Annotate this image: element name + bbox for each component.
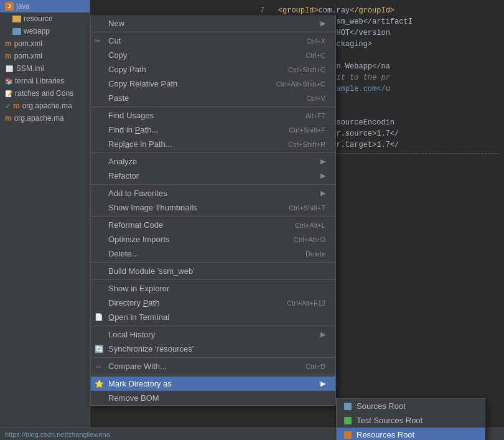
context-menu: New ▶ ✂ Cut Ctrl+X Copy Ctrl+C Copy Path… — [90, 16, 336, 406]
sidebar-item-java[interactable]: J java — [0, 0, 90, 12]
menu-item-synchronize[interactable]: 🔄 Synchronize 'resources' — [91, 342, 335, 356]
submenu-item-test-sources-root[interactable]: Test Sources Root — [337, 413, 485, 428]
separator-3 — [91, 152, 335, 153]
replace-in-path-label: Replace in Path... — [108, 139, 172, 149]
directory-path-label: Directory Path — [108, 298, 159, 307]
thumbnails-label: Show Image Thumbnails — [108, 203, 197, 212]
menu-item-copy-relative-path[interactable]: Copy Relative Path Ctrl+Alt+Shift+C — [91, 77, 335, 91]
open-terminal-label: Open in Terminal — [108, 312, 169, 322]
sync-icon: 🔄 — [95, 345, 104, 353]
sidebar-item-libraries[interactable]: 📚 ternal Libraries — [0, 75, 90, 87]
menu-item-refactor[interactable]: Refactor ▶ — [91, 169, 335, 183]
submenu-item-sources-root[interactable]: Sources Root — [337, 399, 485, 413]
menu-item-new[interactable]: New ▶ — [91, 16, 335, 30]
submenu-mark-directory: Sources Root Test Sources Root Resources… — [336, 398, 485, 440]
local-history-arrow-icon: ▶ — [320, 330, 325, 339]
menu-item-replace-in-path[interactable]: Replace in Path... Ctrl+Shift+R — [91, 137, 335, 151]
new-label: New — [108, 19, 124, 28]
sidebar-item-resource[interactable]: resource — [0, 12, 90, 25]
check-icon: ✓ — [5, 102, 11, 110]
sidebar-item-apache1-label: org.apache.ma — [22, 101, 72, 110]
sidebar-item-scratches[interactable]: 📝 ratches and Cons — [0, 87, 90, 100]
libs-icon: 📚 — [5, 78, 12, 85]
copy-path-shortcut: Ctrl+Shift+C — [276, 66, 325, 73]
copy-shortcut: Ctrl+C — [294, 52, 325, 59]
terminal-icon: 📄 — [95, 313, 103, 321]
iml-icon: ⬜ — [5, 65, 14, 72]
menu-item-show-thumbnails[interactable]: Show Image Thumbnails Ctrl+Shift+T — [91, 200, 335, 215]
thumbnails-shortcut: Ctrl+Shift+T — [276, 204, 325, 212]
sidebar-item-resource-label: resource — [24, 14, 53, 23]
sidebar-item-webapp[interactable]: webapp — [0, 25, 90, 37]
menu-item-reformat-code[interactable]: Reformat Code Ctrl+Alt+L — [91, 218, 335, 232]
sidebar-item-pom2-label: pom.xml — [14, 52, 42, 60]
sources-root-label: Sources Root — [357, 401, 406, 411]
java-icon: J — [5, 2, 14, 11]
sidebar-item-iml-label: SSM.iml — [16, 64, 44, 73]
find-in-path-shortcut: Ctrl+Shift+F — [276, 126, 325, 134]
sidebar-item-pomxml2[interactable]: m pom.xml — [0, 50, 90, 62]
maven-icon-4: m — [5, 114, 12, 123]
menu-item-cut[interactable]: ✂ Cut Ctrl+X — [91, 34, 335, 48]
sidebar-item-pomxml1[interactable]: m pom.xml — [0, 37, 90, 50]
optimize-label: Optimize Imports — [108, 235, 169, 244]
menu-item-add-to-favorites[interactable]: Add to Favorites ▶ — [91, 186, 335, 200]
delete-shortcut: Delete — [293, 250, 325, 258]
maven-icon-1: m — [5, 39, 12, 48]
menu-item-delete[interactable]: Delete... Delete — [91, 246, 335, 261]
menu-item-find-in-path[interactable]: Find in Path... Ctrl+Shift+F — [91, 123, 335, 137]
menu-item-local-history[interactable]: Local History ▶ — [91, 327, 335, 342]
find-in-path-label: Find in Path... — [108, 125, 158, 134]
local-history-label: Local History — [108, 330, 155, 339]
replace-in-path-shortcut: Ctrl+Shift+R — [276, 141, 325, 148]
menu-item-open-in-terminal[interactable]: 📄 Open in Terminal — [91, 310, 335, 324]
code-line-1: 7 <groupId>com.ray</groupId> — [260, 5, 499, 16]
separator-5 — [91, 216, 335, 217]
menu-item-remove-bom[interactable]: Remove BOM — [91, 391, 335, 405]
sidebar-item-apache1[interactable]: ✓ m org.apache.ma — [0, 100, 90, 112]
menu-item-mark-directory[interactable]: ⭐ Mark Directory as ▶ — [91, 377, 335, 391]
sidebar-item-webapp-label: webapp — [24, 27, 50, 35]
test-sources-root-label: Test Sources Root — [357, 416, 422, 425]
separator-8 — [91, 325, 335, 326]
menu-item-find-usages[interactable]: Find Usages Alt+F7 — [91, 108, 335, 123]
separator-10 — [91, 375, 335, 375]
find-usages-shortcut: Alt+F7 — [293, 112, 325, 119]
sidebar-item-ssmiml[interactable]: ⬜ SSM.iml — [0, 62, 90, 75]
markdir-icon: ⭐ — [95, 380, 104, 388]
submenu-item-resources-root[interactable]: Resources Root — [337, 428, 485, 440]
maven-icon-2: m — [5, 52, 12, 60]
compare-icon: ↔ — [95, 362, 102, 371]
separator-4 — [91, 184, 335, 185]
menu-item-compare-with[interactable]: ↔ Compare With... Ctrl+D — [91, 359, 335, 373]
menu-item-build-module[interactable]: Build Module 'ssm_web' — [91, 264, 335, 278]
menu-item-copy[interactable]: Copy Ctrl+C — [91, 48, 335, 62]
menu-item-paste[interactable]: Paste Ctrl+V — [91, 91, 335, 105]
menu-item-optimize-imports[interactable]: Optimize Imports Ctrl+Alt+O — [91, 232, 335, 246]
bottom-link[interactable]: https://blog.csdn.net/zhangliewena — [5, 431, 110, 438]
cut-label: Cut — [108, 36, 121, 45]
sidebar-item-apache2-label: org.apache.ma — [14, 114, 64, 123]
resources-root-icon — [344, 431, 352, 439]
copy-path-label: Copy Path — [108, 65, 146, 74]
menu-item-show-in-explorer[interactable]: Show in Explorer — [91, 281, 335, 296]
show-explorer-label: Show in Explorer — [108, 284, 169, 293]
separator-2 — [91, 106, 335, 107]
menu-item-analyze[interactable]: Analyze ▶ — [91, 154, 335, 169]
menu-item-directory-path[interactable]: Directory Path Ctrl+Alt+F12 — [91, 296, 335, 310]
paste-label: Paste — [108, 93, 129, 103]
separator-6 — [91, 262, 335, 263]
sidebar-item-apache2[interactable]: m org.apache.ma — [0, 112, 90, 124]
directory-path-shortcut: Ctrl+Alt+F12 — [274, 299, 325, 307]
cut-icon: ✂ — [95, 37, 101, 45]
separator-9 — [91, 357, 335, 358]
separator-7 — [91, 279, 335, 280]
sidebar-item-libs-label: ternal Libraries — [15, 77, 64, 85]
sources-root-icon — [344, 403, 352, 410]
mark-directory-arrow-icon: ▶ — [320, 380, 325, 388]
menu-item-copy-path[interactable]: Copy Path Ctrl+Shift+C — [91, 62, 335, 77]
test-sources-root-icon — [344, 417, 352, 424]
compare-label: Compare With... — [108, 362, 167, 371]
analyze-label: Analyze — [108, 157, 137, 166]
copy-relative-label: Copy Relative Path — [108, 79, 177, 88]
